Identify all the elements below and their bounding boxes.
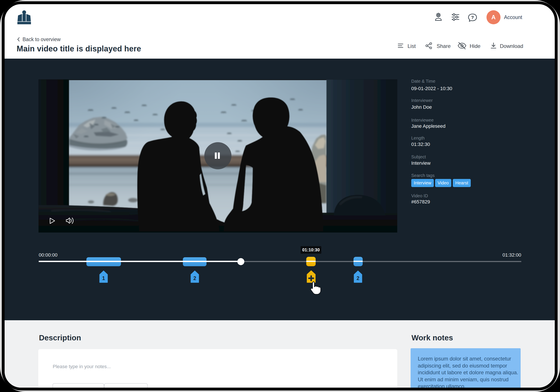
svg-text:2: 2 — [193, 275, 196, 281]
svg-text:2: 2 — [357, 275, 360, 281]
svg-text:1: 1 — [102, 275, 105, 281]
svg-text:?: ? — [471, 15, 474, 20]
